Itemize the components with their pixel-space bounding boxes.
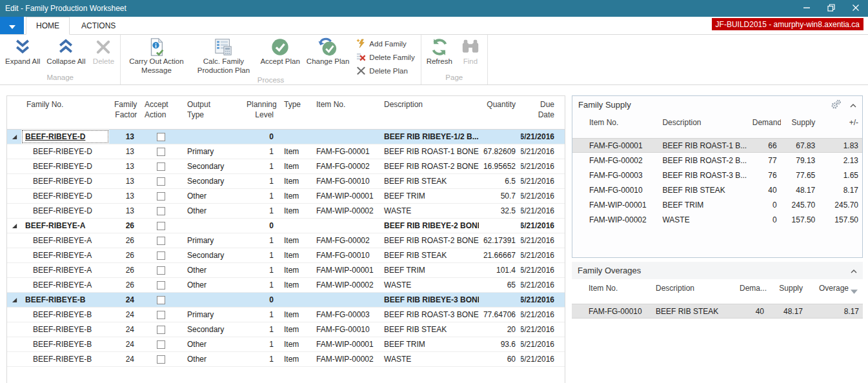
collapse-panel-icon[interactable] <box>850 100 856 110</box>
accept-action-checkbox[interactable] <box>157 281 165 290</box>
restore-icon <box>827 3 835 14</box>
family-supply-row[interactable]: FAM-FG-00002BEEF RIB ROAST-2 B...7779.13… <box>572 153 862 168</box>
family-overages-row[interactable]: FAM-FG-00010BEEF RIB STEAK4048.178.17 <box>572 304 863 319</box>
accept-action-checkbox[interactable] <box>157 326 165 334</box>
delete-plan-button[interactable]: Delete Plan <box>356 65 414 76</box>
family-line-row[interactable]: BEEF-RIBEYE-B24Secondary1ItemFAM-FG-0001… <box>7 322 565 337</box>
column-header-planning-level[interactable]: Planning Level <box>241 96 279 129</box>
family-no-cell: BEEF-RIBEYE-D <box>21 130 109 144</box>
refresh-button[interactable]: Refresh <box>423 35 456 66</box>
family-line-row[interactable]: BEEF-RIBEYE-A26Other1ItemFAM-WIP-00001BE… <box>7 263 565 278</box>
column-header-family-factor[interactable]: Family Factor <box>109 96 139 129</box>
expander-icon[interactable] <box>7 293 21 307</box>
family-line-row[interactable]: BEEF-RIBEYE-B24Primary1ItemFAM-FG-00003B… <box>7 308 565 322</box>
accept-action-checkbox[interactable] <box>157 133 165 141</box>
accept-action-checkbox[interactable] <box>157 355 165 364</box>
restore-button[interactable] <box>819 0 843 17</box>
family-group-row[interactable]: BEEF-RIBEYE-B240BEEF RIB RIBEYE-3 BONE6/… <box>7 293 565 308</box>
family-line-row[interactable]: BEEF-RIBEYE-A26Secondary1ItemFAM-FG-0001… <box>7 248 565 263</box>
calc-family-production-plan-button[interactable]: Calc. Family Production Plan <box>190 35 257 75</box>
application-menu-button[interactable] <box>0 17 24 34</box>
family-no-cell: BEEF-RIBEYE-D <box>21 159 109 173</box>
accept-plan-button[interactable]: Accept Plan <box>257 35 303 66</box>
family-overages-column-header-item-no[interactable]: Item No. <box>572 284 652 300</box>
family-supply-header: Family Supply <box>572 96 862 113</box>
column-header-type[interactable]: Type <box>279 96 311 129</box>
family-supply-row[interactable]: FAM-FG-00010BEEF RIB STEAK4048.178.17 <box>572 182 862 197</box>
gears-icon[interactable] <box>831 99 842 111</box>
family-supply-row[interactable]: FAM-WIP-00001BEEF TRIM0245.70245.70 <box>572 197 862 212</box>
accept-action-checkbox[interactable] <box>157 340 165 349</box>
calc-family-production-plan-label: Calc. Family Production Plan <box>193 57 254 75</box>
expander-icon[interactable] <box>7 219 21 233</box>
accept-plan-icon <box>270 37 290 57</box>
accept-action-checkbox[interactable] <box>157 266 165 275</box>
ribbon-group-page: RefreshFindPage <box>421 35 488 84</box>
family-line-row[interactable]: BEEF-RIBEYE-D13Secondary1ItemFAM-FG-0000… <box>7 159 565 174</box>
accept-action-checkbox[interactable] <box>157 237 165 245</box>
family-line-row[interactable]: BEEF-RIBEYE-D13Secondary1ItemFAM-FG-0001… <box>7 174 565 189</box>
expander-icon[interactable] <box>7 130 21 144</box>
find-icon <box>461 37 480 57</box>
family-supply-column-header-demand[interactable]: Demand <box>749 118 781 134</box>
delete-button: Delete <box>88 35 118 66</box>
family-line-row[interactable]: BEEF-RIBEYE-D13Other1ItemFAM-WIP-00002WA… <box>7 204 565 219</box>
column-header-due-date[interactable]: Due Date <box>521 96 560 129</box>
family-overages-column-header-dema[interactable]: Dema... <box>736 284 768 300</box>
accept-action-checkbox[interactable] <box>157 311 165 319</box>
family-line-row[interactable]: BEEF-RIBEYE-A26Primary1ItemFAM-FG-00002B… <box>7 233 565 248</box>
family-supply-column-header-description[interactable]: Description <box>658 118 748 134</box>
accept-action-checkbox[interactable] <box>157 251 165 260</box>
column-header-item-no[interactable]: Item No. <box>311 96 379 129</box>
accept-action-checkbox[interactable] <box>157 207 165 215</box>
dropdown-arrow-icon[interactable] <box>851 287 858 296</box>
column-header-accept-action[interactable]: Accept Action <box>139 96 182 129</box>
column-header-quantity[interactable]: Quantity <box>479 96 521 129</box>
delete-family-button[interactable]: Delete Family <box>356 52 414 63</box>
family-line-row[interactable]: BEEF-RIBEYE-A26Other1ItemFAM-WIP-00002WA… <box>7 278 565 293</box>
delete-plan-label: Delete Plan <box>369 67 407 75</box>
family-supply-row[interactable]: FAM-WIP-00002WASTE0157.50157.50 <box>572 212 862 227</box>
accept-action-checkbox[interactable] <box>157 148 165 156</box>
collapse-all-button[interactable]: Collapse All <box>43 35 88 66</box>
minimize-icon <box>803 3 811 14</box>
column-header-family-no[interactable]: Family No. <box>21 96 109 129</box>
accept-action-checkbox[interactable] <box>157 296 165 304</box>
carry-out-action-message-button[interactable]: Carry Out Action Message <box>123 35 190 75</box>
family-supply-column-header-item-no[interactable]: Item No. <box>572 118 658 134</box>
accept-action-checkbox[interactable] <box>157 222 165 230</box>
family-line-row[interactable]: BEEF-RIBEYE-B24Other1ItemFAM-WIP-00002WA… <box>7 352 565 367</box>
family-line-row[interactable]: BEEF-RIBEYE-D13Primary1ItemFAM-FG-00001B… <box>7 144 565 159</box>
accept-action-checkbox[interactable] <box>157 177 165 186</box>
family-supply-row[interactable]: FAM-FG-00001BEEF RIB ROAST-1 B...6667.83… <box>572 138 862 153</box>
collapse-panel-icon[interactable] <box>851 266 857 275</box>
accept-action-checkbox[interactable] <box>157 162 165 171</box>
delete-plan-icon <box>356 66 366 75</box>
tab-actions[interactable]: ACTIONS <box>72 17 125 34</box>
close-button[interactable] <box>843 0 868 17</box>
family-group-row[interactable]: BEEF-RIBEYE-A260BEEF RIB RIBEYE-2 BONE6/… <box>7 219 565 233</box>
family-group-row[interactable]: BEEF-RIBEYE-D130BEEF RIB RIBEYE-1/2 B...… <box>7 130 565 144</box>
accept-action-checkbox[interactable] <box>157 192 165 201</box>
family-supply-column-header-supply[interactable]: Supply <box>781 118 820 134</box>
family-overages-column-header-description[interactable]: Description <box>652 284 736 300</box>
tab-home[interactable]: HOME <box>26 17 70 35</box>
family-line-row[interactable]: BEEF-RIBEYE-D13Other1ItemFAM-WIP-00001BE… <box>7 189 565 204</box>
family-overages-column-header-supply[interactable]: Supply <box>768 284 807 300</box>
delete-family-label: Delete Family <box>369 54 414 61</box>
add-family-button[interactable]: Add Family <box>356 38 414 49</box>
family-line-row[interactable]: BEEF-RIBEYE-B24Other1ItemFAM-WIP-00001BE… <box>7 337 565 352</box>
family-overages-title: Family Overages <box>578 266 641 275</box>
family-supply-row[interactable]: FAM-FG-00003BEEF RIB ROAST-3 B...7677.65… <box>572 168 862 182</box>
collapse-all-icon <box>56 37 76 57</box>
ribbon-group-label-page: Page <box>423 74 485 84</box>
change-plan-button[interactable]: Change Plan <box>303 35 353 66</box>
column-header-output-type[interactable]: Output Type <box>182 96 241 129</box>
window-title: Edit - Family Production Worksheet <box>0 4 126 13</box>
expand-all-button[interactable]: Expand All <box>2 35 43 66</box>
column-header-description[interactable]: Description <box>379 96 479 129</box>
family-supply-column-header-[interactable]: +/- <box>819 118 862 134</box>
minimize-button[interactable] <box>794 0 819 17</box>
family-supply-column-headers: Item No.DescriptionDemandSupply+/- <box>572 113 862 134</box>
family-overages-rows: FAM-FG-00010BEEF RIB STEAK4048.178.17 <box>572 304 863 319</box>
